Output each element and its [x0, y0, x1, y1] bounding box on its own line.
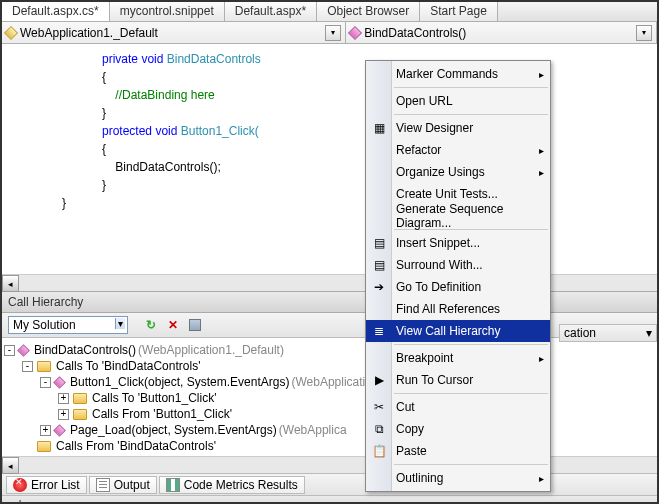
- tab-code-metrics[interactable]: Code Metrics Results: [159, 476, 305, 494]
- menu-item-icon: 📋: [371, 443, 387, 459]
- dropdown-icon[interactable]: ▾: [636, 25, 652, 41]
- menu-item-find-all-references[interactable]: Find All References: [366, 298, 550, 320]
- menu-item-label: Marker Commands: [396, 67, 498, 81]
- menu-item-generate-sequence-diagram[interactable]: Generate Sequence Diagram...: [366, 205, 550, 227]
- method-icon: [53, 424, 66, 437]
- menu-separator: [394, 464, 548, 465]
- menu-separator: [394, 114, 548, 115]
- method-icon: [53, 376, 66, 389]
- tab-default-aspx[interactable]: Default.aspx*: [225, 2, 317, 21]
- menu-item-label: Cut: [396, 400, 415, 414]
- refresh-button[interactable]: ↻: [142, 316, 160, 334]
- remove-root-button[interactable]: ✕: [164, 316, 182, 334]
- folder-icon: [37, 441, 51, 452]
- document-tabs: Default.aspx.cs* mycontrol.snippet Defau…: [2, 2, 657, 22]
- editor-horizontal-scrollbar[interactable]: ◂: [2, 274, 657, 291]
- scope-combo[interactable]: My Solution: [8, 316, 128, 334]
- menu-item-label: Generate Sequence Diagram...: [396, 202, 532, 230]
- menu-item-go-to-definition[interactable]: ➔Go To Definition: [366, 276, 550, 298]
- tree-row[interactable]: -Button1_Click(object, System.EventArgs)…: [4, 374, 655, 390]
- tree-item-label: Calls To 'Button1_Click': [92, 390, 216, 406]
- menu-item-paste[interactable]: 📋Paste: [366, 440, 550, 462]
- menu-item-cut[interactable]: ✂Cut: [366, 396, 550, 418]
- expander-icon[interactable]: -: [4, 345, 15, 356]
- details-pane-header[interactable]: cation ▾: [559, 324, 657, 342]
- expander-icon[interactable]: -: [40, 377, 51, 388]
- dropdown-icon[interactable]: ▾: [325, 25, 341, 41]
- menu-item-surround-with[interactable]: ▤Surround With...: [366, 254, 550, 276]
- menu-item-marker-commands[interactable]: Marker Commands: [366, 63, 550, 85]
- tree-item-label: Calls To 'BindDataControls': [56, 358, 200, 374]
- chevron-down-icon: ▾: [646, 326, 652, 340]
- menu-separator: [394, 87, 548, 88]
- error-icon: [13, 478, 27, 492]
- call-hierarchy-tree[interactable]: -BindDataControls() (WebApplication1._De…: [2, 338, 657, 456]
- menu-item-breakpoint[interactable]: Breakpoint: [366, 347, 550, 369]
- class-icon: [4, 25, 18, 39]
- tab-start-page[interactable]: Start Page: [420, 2, 498, 21]
- member-name: BindDataControls(): [364, 26, 466, 40]
- tree-row[interactable]: +Calls To 'Button1_Click': [4, 390, 655, 406]
- tab-default-cs[interactable]: Default.aspx.cs*: [2, 2, 110, 21]
- tree-row[interactable]: Calls From 'BindDataControls': [4, 438, 655, 454]
- tab-mycontrol-snippet[interactable]: mycontrol.snippet: [110, 2, 225, 21]
- menu-item-view-designer[interactable]: ▦View Designer: [366, 117, 550, 139]
- expander-icon[interactable]: +: [40, 425, 51, 436]
- output-icon: [96, 478, 110, 492]
- tab-object-browser[interactable]: Object Browser: [317, 2, 420, 21]
- tab-error-list[interactable]: Error List: [6, 476, 87, 494]
- code-editor[interactable]: private void BindDataControls { //DataBi…: [2, 44, 657, 274]
- menu-separator: [394, 393, 548, 394]
- menu-item-label: View Call Hierarchy: [396, 324, 500, 338]
- tree-item-label: Calls From 'BindDataControls': [56, 438, 216, 454]
- tree-row[interactable]: +Calls From 'Button1_Click': [4, 406, 655, 422]
- menu-item-label: Surround With...: [396, 258, 483, 272]
- tree-item-label: BindDataControls(): [34, 342, 136, 358]
- tree-item-label: Page_Load(object, System.EventArgs): [70, 422, 277, 438]
- menu-item-icon: ≣: [371, 323, 387, 339]
- tree-row[interactable]: +Page_Load(object, System.EventArgs) (We…: [4, 422, 655, 438]
- menu-item-label: Run To Cursor: [396, 373, 473, 387]
- menu-item-label: Refactor: [396, 143, 441, 157]
- menu-item-refactor[interactable]: Refactor: [366, 139, 550, 161]
- expander-icon[interactable]: -: [22, 361, 33, 372]
- panel-horizontal-scrollbar[interactable]: ◂: [2, 456, 657, 473]
- menu-item-icon: ▤: [371, 257, 387, 273]
- toggle-details-button[interactable]: [186, 316, 204, 334]
- metrics-icon: [166, 478, 180, 492]
- tree-row[interactable]: -BindDataControls() (WebApplication1._De…: [4, 342, 655, 358]
- menu-item-run-to-cursor[interactable]: ▶Run To Cursor: [366, 369, 550, 391]
- menu-item-organize-usings[interactable]: Organize Usings: [366, 161, 550, 183]
- menu-item-label: Paste: [396, 444, 427, 458]
- menu-item-icon: ✂: [371, 399, 387, 415]
- menu-item-view-call-hierarchy[interactable]: ≣View Call Hierarchy: [366, 320, 550, 342]
- folder-icon: [73, 393, 87, 404]
- menu-item-copy[interactable]: ⧉Copy: [366, 418, 550, 440]
- folder-icon: [37, 361, 51, 372]
- menu-item-icon: ▦: [371, 120, 387, 136]
- details-label: cation: [564, 326, 596, 340]
- tree-item-detail: (WebApplication1._Default): [138, 342, 284, 358]
- scroll-left-icon[interactable]: ◂: [2, 457, 19, 474]
- navigation-bar: WebApplication1._Default ▾ BindDataContr…: [2, 22, 657, 44]
- menu-item-outlining[interactable]: Outlining: [366, 467, 550, 489]
- tree-item-label: Calls From 'Button1_Click': [92, 406, 232, 422]
- tab-output[interactable]: Output: [89, 476, 157, 494]
- type-navigator[interactable]: WebApplication1._Default ▾: [2, 22, 346, 43]
- menu-item-label: Go To Definition: [396, 280, 481, 294]
- menu-item-insert-snippet[interactable]: ▤Insert Snippet...: [366, 232, 550, 254]
- expander-icon[interactable]: +: [58, 393, 69, 404]
- menu-item-open-url[interactable]: Open URL: [366, 90, 550, 112]
- member-navigator[interactable]: BindDataControls() ▾: [346, 22, 657, 43]
- menu-item-icon: ⧉: [371, 421, 387, 437]
- menu-separator: [394, 344, 548, 345]
- tree-row[interactable]: -Calls To 'BindDataControls': [4, 358, 655, 374]
- tree-item-detail: (WebApplica: [279, 422, 347, 438]
- menu-item-icon: ▤: [371, 235, 387, 251]
- tree-item-label: Button1_Click(object, System.EventArgs): [70, 374, 289, 390]
- expander-icon[interactable]: +: [58, 409, 69, 420]
- method-icon: [17, 344, 30, 357]
- menu-item-label: Create Unit Tests...: [396, 187, 498, 201]
- scroll-left-icon[interactable]: ◂: [2, 275, 19, 292]
- status-bar: ady: [2, 495, 657, 504]
